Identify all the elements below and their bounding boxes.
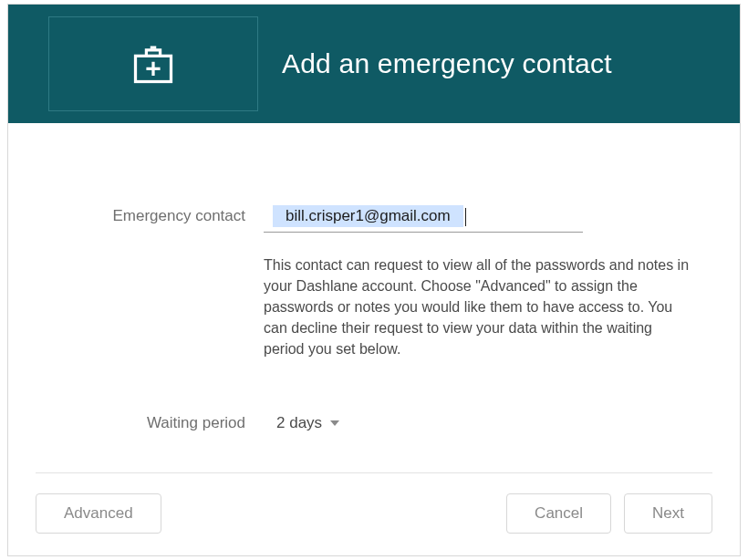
emergency-kit-icon — [48, 16, 258, 111]
waiting-period-row: Waiting period 2 days — [45, 414, 703, 432]
emergency-contact-input[interactable]: bill.crisper1@gmail.com — [264, 205, 583, 233]
waiting-period-label: Waiting period — [45, 414, 264, 432]
dialog-footer: Advanced Cancel Next — [36, 472, 712, 534]
next-button[interactable]: Next — [624, 493, 712, 534]
text-caret — [465, 208, 466, 226]
chevron-down-icon — [329, 419, 340, 428]
emergency-contact-row: Emergency contact bill.crisper1@gmail.co… — [45, 205, 703, 359]
dialog-title: Add an emergency contact — [282, 48, 612, 79]
add-emergency-contact-dialog: Add an emergency contact Emergency conta… — [7, 4, 741, 556]
cancel-button[interactable]: Cancel — [506, 493, 611, 534]
dialog-header: Add an emergency contact — [8, 5, 740, 123]
emergency-contact-label: Emergency contact — [45, 205, 264, 225]
svg-rect-1 — [151, 47, 157, 49]
dialog-body: Emergency contact bill.crisper1@gmail.co… — [8, 123, 740, 472]
waiting-period-select[interactable]: 2 days — [264, 414, 340, 432]
advanced-button[interactable]: Advanced — [36, 493, 161, 534]
contact-description: This contact can request to view all of … — [264, 254, 692, 359]
emergency-contact-value: bill.crisper1@gmail.com — [273, 205, 463, 227]
waiting-period-value: 2 days — [276, 414, 322, 432]
